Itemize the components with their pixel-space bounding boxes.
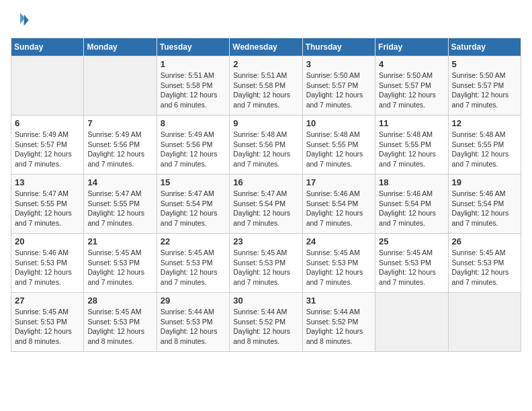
day-cell: 17Sunrise: 5:46 AM Sunset: 5:54 PM Dayli…: [302, 175, 375, 234]
logo: [11, 11, 32, 30]
day-info: Sunrise: 5:45 AM Sunset: 5:53 PM Dayligh…: [87, 248, 152, 287]
calendar-header: Sunday Monday Tuesday Wednesday Thursday…: [11, 38, 521, 56]
header-monday: Monday: [84, 38, 157, 56]
day-number: 18: [379, 177, 444, 187]
day-cell: [375, 293, 448, 352]
day-number: 11: [379, 118, 444, 128]
logo-icon: [11, 11, 30, 30]
day-info: Sunrise: 5:44 AM Sunset: 5:52 PM Dayligh…: [306, 307, 371, 347]
day-cell: 21Sunrise: 5:45 AM Sunset: 5:53 PM Dayli…: [84, 234, 157, 293]
header-row: Sunday Monday Tuesday Wednesday Thursday…: [11, 38, 521, 56]
header-wednesday: Wednesday: [230, 38, 302, 56]
svg-marker-0: [24, 15, 29, 26]
day-info: Sunrise: 5:49 AM Sunset: 5:56 PM Dayligh…: [87, 130, 152, 169]
day-cell: 2Sunrise: 5:51 AM Sunset: 5:58 PM Daylig…: [230, 56, 302, 116]
calendar-table: Sunday Monday Tuesday Wednesday Thursday…: [11, 38, 521, 352]
day-cell: 23Sunrise: 5:45 AM Sunset: 5:53 PM Dayli…: [230, 234, 302, 293]
day-number: 17: [306, 177, 371, 187]
day-info: Sunrise: 5:50 AM Sunset: 5:57 PM Dayligh…: [379, 71, 444, 110]
day-number: 30: [233, 295, 298, 306]
day-cell: 25Sunrise: 5:45 AM Sunset: 5:53 PM Dayli…: [375, 234, 448, 293]
day-number: 13: [15, 177, 80, 187]
calendar-body: 1Sunrise: 5:51 AM Sunset: 5:58 PM Daylig…: [11, 56, 521, 352]
day-cell: 24Sunrise: 5:45 AM Sunset: 5:53 PM Dayli…: [302, 234, 375, 293]
day-cell: 16Sunrise: 5:47 AM Sunset: 5:54 PM Dayli…: [230, 175, 302, 234]
day-info: Sunrise: 5:44 AM Sunset: 5:53 PM Dayligh…: [161, 307, 226, 347]
day-number: 19: [452, 177, 517, 187]
day-info: Sunrise: 5:50 AM Sunset: 5:57 PM Dayligh…: [452, 71, 517, 110]
day-info: Sunrise: 5:45 AM Sunset: 5:53 PM Dayligh…: [306, 248, 371, 287]
day-info: Sunrise: 5:45 AM Sunset: 5:53 PM Dayligh…: [379, 248, 444, 287]
day-number: 25: [379, 236, 444, 246]
day-cell: 22Sunrise: 5:45 AM Sunset: 5:53 PM Dayli…: [157, 234, 229, 293]
day-info: Sunrise: 5:46 AM Sunset: 5:54 PM Dayligh…: [306, 189, 371, 228]
day-number: 27: [15, 295, 80, 306]
day-cell: [84, 56, 157, 116]
day-number: 6: [15, 118, 80, 128]
day-cell: [11, 56, 84, 116]
day-number: 3: [306, 59, 371, 69]
day-info: Sunrise: 5:49 AM Sunset: 5:56 PM Dayligh…: [161, 130, 226, 169]
day-info: Sunrise: 5:47 AM Sunset: 5:54 PM Dayligh…: [233, 189, 298, 228]
day-number: 29: [161, 295, 226, 306]
day-number: 26: [452, 236, 517, 246]
day-cell: 29Sunrise: 5:44 AM Sunset: 5:53 PM Dayli…: [157, 293, 229, 352]
day-number: 16: [233, 177, 298, 187]
day-info: Sunrise: 5:46 AM Sunset: 5:54 PM Dayligh…: [452, 189, 517, 228]
day-cell: [448, 293, 521, 352]
week-row-5: 27Sunrise: 5:45 AM Sunset: 5:53 PM Dayli…: [11, 293, 521, 352]
day-number: 22: [161, 236, 226, 246]
day-number: 9: [233, 118, 298, 128]
header-tuesday: Tuesday: [157, 38, 229, 56]
day-cell: 18Sunrise: 5:46 AM Sunset: 5:54 PM Dayli…: [375, 175, 448, 234]
day-number: 15: [161, 177, 226, 187]
day-cell: 27Sunrise: 5:45 AM Sunset: 5:53 PM Dayli…: [11, 293, 84, 352]
day-cell: 8Sunrise: 5:49 AM Sunset: 5:56 PM Daylig…: [157, 116, 229, 175]
week-row-1: 1Sunrise: 5:51 AM Sunset: 5:58 PM Daylig…: [11, 56, 521, 116]
header-thursday: Thursday: [302, 38, 375, 56]
day-cell: 9Sunrise: 5:48 AM Sunset: 5:56 PM Daylig…: [230, 116, 302, 175]
day-number: 23: [233, 236, 298, 246]
day-cell: 7Sunrise: 5:49 AM Sunset: 5:56 PM Daylig…: [84, 116, 157, 175]
week-row-2: 6Sunrise: 5:49 AM Sunset: 5:57 PM Daylig…: [11, 116, 521, 175]
day-info: Sunrise: 5:51 AM Sunset: 5:58 PM Dayligh…: [233, 71, 298, 110]
week-row-4: 20Sunrise: 5:46 AM Sunset: 5:53 PM Dayli…: [11, 234, 521, 293]
day-info: Sunrise: 5:47 AM Sunset: 5:55 PM Dayligh…: [15, 189, 80, 228]
day-cell: 19Sunrise: 5:46 AM Sunset: 5:54 PM Dayli…: [448, 175, 521, 234]
day-info: Sunrise: 5:46 AM Sunset: 5:53 PM Dayligh…: [15, 248, 80, 287]
day-info: Sunrise: 5:46 AM Sunset: 5:54 PM Dayligh…: [379, 189, 444, 228]
day-number: 8: [161, 118, 226, 128]
day-info: Sunrise: 5:45 AM Sunset: 5:53 PM Dayligh…: [87, 307, 152, 347]
day-cell: 11Sunrise: 5:48 AM Sunset: 5:55 PM Dayli…: [375, 116, 448, 175]
day-cell: 6Sunrise: 5:49 AM Sunset: 5:57 PM Daylig…: [11, 116, 84, 175]
day-info: Sunrise: 5:45 AM Sunset: 5:53 PM Dayligh…: [15, 307, 80, 347]
day-info: Sunrise: 5:48 AM Sunset: 5:55 PM Dayligh…: [452, 130, 517, 169]
header-sunday: Sunday: [11, 38, 84, 56]
day-number: 20: [15, 236, 80, 246]
day-info: Sunrise: 5:50 AM Sunset: 5:57 PM Dayligh…: [306, 71, 371, 110]
page-header: [11, 11, 521, 30]
day-cell: 10Sunrise: 5:48 AM Sunset: 5:55 PM Dayli…: [302, 116, 375, 175]
day-number: 1: [161, 59, 226, 69]
day-info: Sunrise: 5:51 AM Sunset: 5:58 PM Dayligh…: [161, 71, 226, 110]
day-number: 2: [233, 59, 298, 69]
day-info: Sunrise: 5:47 AM Sunset: 5:55 PM Dayligh…: [87, 189, 152, 228]
day-number: 5: [452, 59, 517, 69]
day-number: 14: [87, 177, 152, 187]
day-info: Sunrise: 5:48 AM Sunset: 5:55 PM Dayligh…: [379, 130, 444, 169]
day-cell: 1Sunrise: 5:51 AM Sunset: 5:58 PM Daylig…: [157, 56, 229, 116]
day-info: Sunrise: 5:45 AM Sunset: 5:53 PM Dayligh…: [233, 248, 298, 287]
day-cell: 26Sunrise: 5:45 AM Sunset: 5:53 PM Dayli…: [448, 234, 521, 293]
day-number: 7: [87, 118, 152, 128]
day-cell: 5Sunrise: 5:50 AM Sunset: 5:57 PM Daylig…: [448, 56, 521, 116]
day-number: 4: [379, 59, 444, 69]
day-info: Sunrise: 5:47 AM Sunset: 5:54 PM Dayligh…: [161, 189, 226, 228]
day-cell: 28Sunrise: 5:45 AM Sunset: 5:53 PM Dayli…: [84, 293, 157, 352]
day-cell: 30Sunrise: 5:44 AM Sunset: 5:52 PM Dayli…: [230, 293, 302, 352]
day-number: 31: [306, 295, 371, 306]
week-row-3: 13Sunrise: 5:47 AM Sunset: 5:55 PM Dayli…: [11, 175, 521, 234]
day-number: 12: [452, 118, 517, 128]
header-friday: Friday: [375, 38, 448, 56]
day-cell: 15Sunrise: 5:47 AM Sunset: 5:54 PM Dayli…: [157, 175, 229, 234]
day-info: Sunrise: 5:48 AM Sunset: 5:55 PM Dayligh…: [306, 130, 371, 169]
